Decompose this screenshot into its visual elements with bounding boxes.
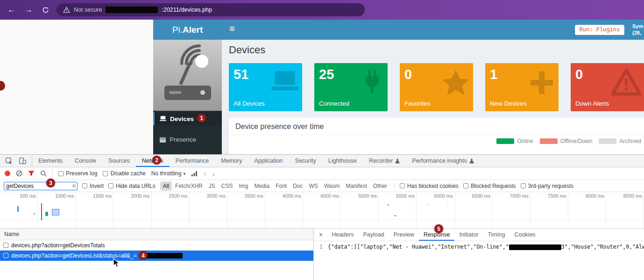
card-new-devices[interactable]: 1 New Devices bbox=[485, 63, 559, 111]
tab-lighthouse[interactable]: Lighthouse bbox=[322, 155, 363, 167]
filter-type-fetch-xhr[interactable]: Fetch/XHR bbox=[172, 181, 205, 191]
hamburger-menu-icon[interactable]: ≡ bbox=[229, 23, 235, 34]
filter-type-all[interactable]: All bbox=[160, 181, 172, 191]
record-icon[interactable] bbox=[5, 171, 10, 176]
clear-icon[interactable] bbox=[16, 170, 22, 177]
requests-name-header[interactable]: Name bbox=[0, 229, 313, 240]
timeline-tick: 500 ms bbox=[0, 192, 38, 228]
filter-divider bbox=[395, 182, 395, 190]
import-har-icon[interactable]: ↑ bbox=[203, 170, 206, 177]
line-number-gutter: 1 bbox=[314, 241, 326, 280]
timeline-tick: 4500 ms bbox=[303, 192, 341, 228]
filter-type-img[interactable]: Img bbox=[236, 181, 251, 191]
filter-type-font[interactable]: Font bbox=[273, 181, 290, 191]
app-main: ≡ Run: Plugins Sym (28, Devices 51 All D… bbox=[222, 20, 644, 154]
details-tab-initiator[interactable]: Initiator bbox=[454, 229, 483, 241]
response-json-line: {"data":[["laptop","Net - Huawei","Inter… bbox=[326, 241, 644, 280]
checkbox-icon[interactable] bbox=[3, 253, 8, 258]
card-all-devices[interactable]: 51 All Devices bbox=[229, 63, 302, 111]
sidebar-item-presence[interactable]: Presence bbox=[153, 133, 222, 146]
close-icon[interactable]: × bbox=[315, 229, 327, 241]
clear-filter-icon[interactable]: ⊗ bbox=[72, 183, 76, 189]
legend-online-label: Online bbox=[517, 138, 533, 144]
topbar-right-line2: (28, bbox=[632, 29, 644, 36]
timeline-activity-mark bbox=[17, 206, 19, 212]
preserve-log-checkbox[interactable]: Preserve log bbox=[58, 170, 97, 177]
brand-logo[interactable]: Pi.Alert bbox=[153, 20, 222, 40]
hide-data-urls-checkbox[interactable]: Hide data URLs bbox=[108, 183, 156, 189]
run-plugins-button[interactable]: Run: Plugins bbox=[575, 25, 624, 35]
blocked-cookies-checkbox[interactable]: Has blocked cookies bbox=[400, 183, 459, 189]
filter-type-ws[interactable]: WS bbox=[306, 181, 321, 191]
tab-performance-insights[interactable]: Performance insights bbox=[406, 155, 480, 167]
network-requests-area: Name devices.php?action=getDevicesTotals… bbox=[0, 229, 644, 280]
checkbox-icon[interactable] bbox=[3, 243, 8, 248]
tab-elements-label: Elements bbox=[38, 158, 63, 164]
disable-cache-checkbox[interactable]: Disable cache bbox=[103, 170, 145, 177]
card-label: All Devices bbox=[234, 100, 265, 107]
response-body[interactable]: 1 {"data":[["laptop","Net - Huawei","Int… bbox=[314, 241, 644, 280]
timeline-tick: 8500 ms bbox=[606, 192, 644, 228]
annotation-badge-1: 1 bbox=[197, 114, 206, 122]
tab-elements[interactable]: Elements bbox=[32, 155, 69, 167]
details-tab-cookies[interactable]: Cookies bbox=[510, 229, 540, 241]
filter-type-js[interactable]: JS bbox=[206, 181, 218, 191]
annotation-badge-5: 5 bbox=[434, 224, 443, 233]
tab-sources[interactable]: Sources bbox=[102, 155, 136, 167]
details-tab-headers[interactable]: Headers bbox=[327, 229, 358, 241]
inspect-element-icon[interactable] bbox=[6, 158, 13, 165]
preserve-log-label: Preserve log bbox=[66, 170, 97, 177]
tab-memory[interactable]: Memory bbox=[215, 155, 248, 167]
address-bar[interactable]: Not secure :20211/devices.php bbox=[57, 3, 365, 16]
filter-funnel-icon[interactable] bbox=[28, 171, 35, 176]
filter-type-other[interactable]: Other bbox=[370, 181, 390, 191]
legend-offline: Offline/Down bbox=[540, 138, 592, 144]
device-toolbar-icon[interactable] bbox=[19, 158, 26, 164]
tab-application[interactable]: Application bbox=[248, 155, 289, 167]
plug-icon bbox=[358, 69, 385, 98]
laptop-icon bbox=[270, 69, 299, 97]
back-icon[interactable]: ← bbox=[7, 5, 15, 14]
filter-input-wrap: ⊗ bbox=[4, 182, 78, 190]
request-row-selected[interactable]: devices.php?action=getDevicesList&status… bbox=[0, 251, 313, 261]
card-favorites[interactable]: 0 Favorites bbox=[400, 63, 473, 111]
network-overview-timeline[interactable]: 500 ms 1000 ms 1500 ms 2000 ms 2500 ms 3… bbox=[0, 192, 644, 229]
third-party-requests-checkbox[interactable]: 3rd-party requests bbox=[521, 183, 573, 189]
search-icon[interactable] bbox=[40, 170, 47, 177]
timeline-load-line bbox=[41, 203, 42, 220]
details-tab-preview[interactable]: Preview bbox=[389, 229, 419, 241]
sidebar-menu: Devices Presence bbox=[153, 111, 222, 146]
tab-security[interactable]: Security bbox=[289, 155, 322, 167]
export-har-icon[interactable]: ↓ bbox=[212, 170, 215, 177]
forward-icon[interactable]: → bbox=[25, 5, 33, 14]
refresh-icon[interactable] bbox=[42, 7, 49, 14]
blocked-cookies-label: Has blocked cookies bbox=[407, 183, 459, 189]
tab-performance[interactable]: Performance bbox=[170, 155, 215, 167]
timeline-tick: 5000 ms bbox=[341, 192, 379, 228]
details-tab-payload[interactable]: Payload bbox=[358, 229, 389, 241]
details-tab-timing[interactable]: Timing bbox=[483, 229, 510, 241]
tab-recorder[interactable]: Recorder bbox=[363, 155, 406, 167]
network-conditions-icon[interactable] bbox=[191, 171, 198, 176]
filter-type-doc[interactable]: Doc bbox=[290, 181, 305, 191]
timeline-tick: 3500 ms bbox=[227, 192, 265, 228]
filter-type-media[interactable]: Media bbox=[251, 181, 272, 191]
checkbox-icon bbox=[108, 183, 113, 188]
legend-offline-label: Offline/Down bbox=[560, 138, 592, 144]
filter-type-css[interactable]: CSS bbox=[219, 181, 236, 191]
card-down-alerts[interactable]: 0 Down Alerts bbox=[571, 63, 644, 111]
url-path: :20211/devices.php bbox=[162, 7, 212, 13]
request-row[interactable]: devices.php?action=getDevicesTotals bbox=[0, 240, 313, 251]
filter-type-wasm[interactable]: Wasm bbox=[321, 181, 343, 191]
blocked-requests-checkbox[interactable]: Blocked Requests bbox=[463, 183, 516, 189]
tab-console[interactable]: Console bbox=[69, 155, 102, 167]
throttling-dropdown[interactable]: No throttling ▾ bbox=[151, 170, 186, 177]
invert-checkbox[interactable]: Invert bbox=[82, 183, 104, 189]
filter-type-manifest[interactable]: Manifest bbox=[343, 181, 369, 191]
legend-archived: Archived bbox=[599, 138, 641, 144]
filter-input[interactable] bbox=[4, 182, 78, 190]
card-label: Favorites bbox=[404, 100, 431, 107]
sidebar-item-devices[interactable]: Devices bbox=[153, 112, 222, 125]
tab-performance-insights-label: Performance insights bbox=[412, 158, 467, 164]
card-connected[interactable]: 25 Connected bbox=[314, 63, 388, 111]
